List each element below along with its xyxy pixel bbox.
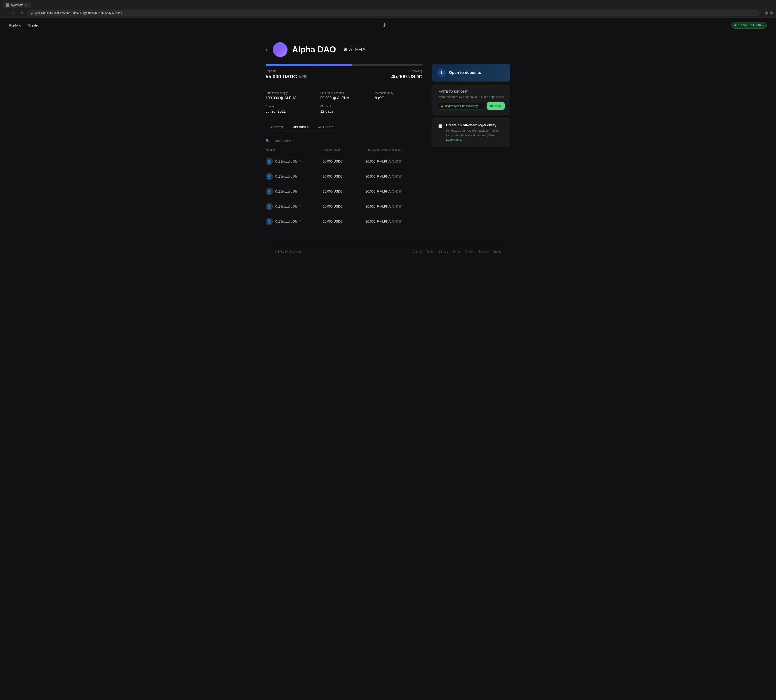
tokens-pct-5: (5.67%) [392,220,402,223]
tokens-symbol-5: ALPHA [380,220,391,223]
token-dot-supply [280,97,284,100]
stat-club-token-supply: Club token supply 100,000 ALPHA [265,92,314,100]
browser-chrome: Syndicate ✕ + ‹ › ↻ 🔒 syndicate.io/clubs… [0,0,776,18]
footer-link-faqs[interactable]: FAQs [427,250,434,253]
footer-link-status[interactable]: Status [493,250,501,253]
left-panel: Deposits 55,000 USDC 55% Remaining 45,00… [265,64,423,229]
progress-bar-track [265,64,423,66]
back-navigation-button[interactable]: ‹ [265,47,267,52]
invite-link-box: 🔒 https://syndicate.io/club-synMWF-0t [438,102,485,110]
tokens-symbol-4: ALPHA [380,205,391,208]
legal-card: 📋 Create an off-chain legal entity Syndi… [432,118,511,147]
tab-bar: Syndicate ✕ + [0,0,776,8]
menu-icon[interactable]: ⋮ [769,11,773,15]
copy-address-icon-1[interactable]: ⧉ [299,160,301,163]
token-dot-3 [377,190,379,193]
stat-value-members: 8 (99) [375,96,423,100]
stat-label-minted: Club tokens minted [320,92,368,95]
copy-icon: ⧉ [490,104,492,108]
member-cell-5: 👤 0x23rd...dfg56j ⧉ [265,218,323,225]
member-address-5: 0x23rd...dfg56j [275,220,297,223]
member-avatar-5: 👤 [265,218,273,225]
remaining-value: 45,000 USDC [391,73,423,80]
footer-link-careers[interactable]: Careers [438,250,448,253]
legal-title: Create an off-chain legal entity [446,123,505,127]
footer-link-contact[interactable]: Contact [413,250,422,253]
search-icon: 🔍 [265,139,270,143]
stat-label-created: Created [265,105,314,108]
progress-labels: Deposits 55,000 USDC 55% Remaining 45,00… [265,70,423,80]
create-link[interactable]: Create [28,23,38,27]
token-dot-5 [377,220,379,223]
invite-desc: Invite members by sharing your club's de… [438,95,505,98]
content-grid: Deposits 55,000 USDC 55% Remaining 45,00… [265,64,511,229]
lock-icon: 🔒 [30,12,33,15]
dao-token: ✳ ALPHA [344,47,365,53]
deposits-value: 55,000 USDC 55% [265,73,307,80]
col-header-tokens: Club tokens (ownership share) [365,148,423,152]
footer-link-privacy[interactable]: Privacy [465,250,474,253]
legal-content: Create an off-chain legal entity Syndica… [446,123,505,142]
tab-close-button[interactable]: ✕ [25,3,27,7]
tokens-pct-2: (5.67%) [392,175,402,178]
table-row: 👤 0x23rd...dfg56j ⧉ 20,000 USDC 20,000 A… [265,154,423,169]
tab-activity[interactable]: ACTIVITY [314,123,338,132]
tab-favicon [6,3,9,7]
tokens-cell-3: 20,000 ALPHA (5.67%) [365,190,423,193]
wallet-chevron-icon: ▾ [762,23,764,27]
tokens-value-4: 20,000 [365,205,375,208]
url-text: syndicate.io/clubs/0x246me513b59257fsjyu… [35,11,122,15]
new-tab-button[interactable]: + [32,2,38,8]
table-row: 👤 0x23rd...dfg56j 20,000 USDC 20,000 ALP… [265,184,423,199]
back-button[interactable]: ‹ [3,10,9,16]
header-right: 0x246m...71s846 ▾ [731,22,767,28]
copy-address-icon-4[interactable]: ⧉ [299,205,301,208]
tokens-symbol-1: ALPHA [380,160,391,163]
token-dot-minted [333,97,336,100]
member-cell-2: 👤 0x23rd...dfg56j [265,173,323,180]
copy-address-icon-5[interactable]: ⧉ [299,220,301,223]
member-cell-3: 👤 0x23rd...dfg56j [265,188,323,195]
tab-assets[interactable]: ASSETS [265,123,288,132]
url-bar[interactable]: 🔒 syndicate.io/clubs/0x246me513b59257fsj… [27,10,761,16]
copy-link-button[interactable]: ⧉ Copy [487,102,505,110]
legal-learn-more-link[interactable]: Learn more. [446,138,462,141]
token-dot-1 [377,160,379,163]
invite-title: INVITE TO DEPOSIT [438,90,505,93]
tab-members[interactable]: MEMBERS [288,123,314,132]
tab-title: Syndicate [11,3,23,7]
table-row: 👤 0x23rd...dfg56j ⧉ 20,000 USDC 20,000 A… [265,214,423,229]
main-content: ‹ Alpha DAO ✳ ALPHA Deposits [261,33,515,270]
stat-value-minted: 55,000 ALPHA [320,96,368,100]
divider-1 [265,87,423,87]
member-address-3: 0x23rd...dfg56j [275,190,297,193]
forward-button[interactable]: › [11,10,17,16]
member-avatar-1: 👤 [265,158,273,165]
dao-header: ‹ Alpha DAO ✳ ALPHA [265,42,511,57]
dao-token-logo: ✳ [344,47,347,52]
open-deposits-card: ⬇ Open to deposits [432,64,511,82]
remaining-label: Remaining [391,70,423,73]
tokens-value-3: 20,000 [365,190,375,193]
member-address-4: 0x23rd...dfg56j [275,205,297,208]
profile-icon[interactable]: ● [765,11,768,15]
footer-link-terms[interactable]: Terms [453,250,461,253]
address-bar: ‹ › ↻ 🔒 syndicate.io/clubs/0x246me513b59… [0,8,776,18]
dao-avatar [273,42,287,57]
stat-members: Members (max) 8 (99) [375,92,423,100]
active-tab[interactable]: Syndicate ✕ [3,2,31,8]
deposit-cell-5: 20,000 USDC [323,220,365,223]
header-logo: ✳ [382,23,387,28]
wallet-badge[interactable]: 0x246m...71s846 ▾ [731,22,767,28]
stat-label-supply: Club token supply [265,92,314,95]
member-cell-4: 👤 0x23rd...dfg56j ⧉ [265,203,323,210]
stat-closing: Closing in 12 days [320,105,368,113]
portfolio-link[interactable]: Portfolio [9,23,21,27]
open-deposits-title: Open to deposits [449,70,481,75]
reload-button[interactable]: ↻ [19,10,25,16]
footer-links: Contact FAQs Careers Terms Privacy Secur… [413,250,501,253]
footer-link-security[interactable]: Security [479,250,489,253]
stat-value-closing: 12 days [320,110,368,113]
table-row: 👤 0x23rd...dfg56j ⧉ 20,000 USDC 20,000 A… [265,199,423,214]
search-input[interactable]: Search address [271,139,294,143]
